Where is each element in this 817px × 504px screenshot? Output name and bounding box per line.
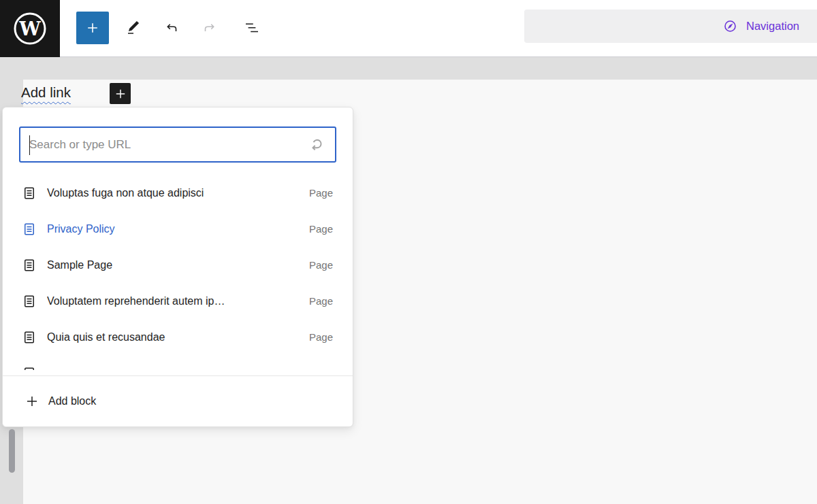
link-suggestion-item[interactable]: Voluptatem reprehenderit autem ip… Page bbox=[3, 283, 353, 319]
link-suggestion-item[interactable]: Quia quis et recusandae Page bbox=[3, 319, 353, 355]
document-title: Navigation bbox=[746, 20, 799, 33]
nav-link-placeholder[interactable]: Add link bbox=[21, 84, 71, 101]
tools-button[interactable] bbox=[117, 12, 150, 44]
page-icon bbox=[21, 221, 37, 237]
wordpress-logo-icon: W bbox=[12, 11, 48, 46]
link-suggestions-list: Voluptas fuga non atque adipisci Page Pr… bbox=[3, 175, 353, 370]
suggestion-title: Privacy Policy bbox=[47, 223, 300, 235]
redo-arrow-icon bbox=[202, 20, 218, 36]
redo-button[interactable] bbox=[193, 12, 226, 44]
suggestion-title: Voluptas fuga non atque adipisci bbox=[47, 187, 300, 199]
suggestion-title: Quia quis et recusandae bbox=[47, 331, 300, 343]
suggestion-type: Page bbox=[309, 295, 333, 307]
wordpress-block-editor: W bbox=[0, 0, 817, 504]
text-caret bbox=[29, 135, 30, 155]
list-view-button[interactable] bbox=[236, 12, 268, 44]
link-suggestion-item[interactable]: Sample Page Page bbox=[3, 247, 353, 283]
link-search-popover: Voluptas fuga non atque adipisci Page Pr… bbox=[2, 107, 353, 427]
suggestion-title: Sample Page bbox=[47, 259, 300, 271]
suggestion-type: Page bbox=[309, 331, 333, 343]
svg-text:W: W bbox=[18, 18, 41, 40]
add-block-label: Add block bbox=[48, 395, 96, 407]
page-icon bbox=[21, 257, 37, 273]
link-suggestion-item-active[interactable]: Privacy Policy Page bbox=[3, 211, 353, 247]
link-suggestion-item-clipped[interactable] bbox=[3, 355, 353, 370]
suggestion-type: Page bbox=[309, 187, 333, 199]
suggestion-title: Voluptatem reprehenderit autem ip… bbox=[47, 295, 300, 307]
undo-button[interactable] bbox=[155, 12, 188, 44]
page-icon bbox=[21, 365, 37, 371]
undo-arrow-icon bbox=[163, 20, 180, 36]
page-icon bbox=[21, 329, 37, 346]
enter-return-icon bbox=[306, 135, 325, 154]
link-suggestion-item[interactable]: Voluptas fuga non atque adipisci Page bbox=[3, 175, 353, 211]
editor-header: W bbox=[0, 0, 817, 57]
pencil-icon bbox=[125, 20, 142, 36]
url-search-box bbox=[19, 127, 336, 163]
page-icon bbox=[21, 185, 37, 201]
nav-appender-button[interactable] bbox=[110, 83, 131, 104]
vertical-scrollbar-thumb[interactable] bbox=[9, 429, 15, 473]
plus-icon bbox=[24, 393, 40, 409]
page-icon bbox=[21, 293, 37, 309]
document-bar[interactable]: Navigation bbox=[524, 10, 817, 43]
list-view-icon bbox=[244, 20, 260, 36]
add-block-button[interactable]: Add block bbox=[3, 376, 353, 426]
navigation-compass-icon bbox=[722, 18, 739, 35]
block-inserter-button[interactable] bbox=[76, 12, 109, 44]
plus-icon bbox=[84, 20, 101, 36]
suggestion-type: Page bbox=[309, 259, 333, 271]
plus-icon bbox=[113, 86, 128, 101]
wordpress-logo[interactable]: W bbox=[0, 0, 60, 57]
url-search-input[interactable] bbox=[20, 128, 306, 161]
suggestion-type: Page bbox=[309, 223, 333, 235]
